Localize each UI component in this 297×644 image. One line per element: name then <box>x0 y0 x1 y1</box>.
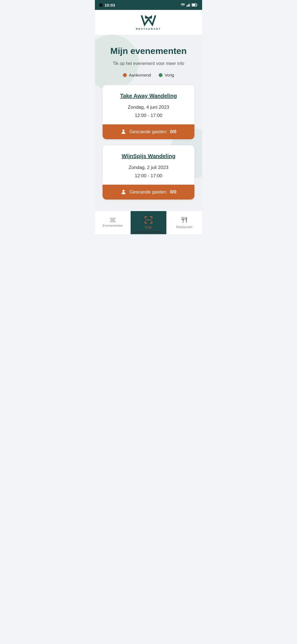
event-1-time: 12:00 - 17:00 <box>109 113 188 118</box>
app-header: RESTAURANT <box>95 10 202 35</box>
svg-rect-3 <box>190 3 190 7</box>
legend-dot-vorig <box>159 73 163 77</box>
event-card-1[interactable]: Take Away Wandeling Zondag, 4 juni 2023 … <box>103 85 194 139</box>
status-time: 10:03 <box>105 3 115 7</box>
svg-rect-11 <box>145 216 145 219</box>
event-2-date: Zondag, 2 juli 2023 <box>109 165 188 170</box>
person-icon-2 <box>120 189 127 195</box>
svg-rect-18 <box>145 220 152 220</box>
legend: Aankomend Vorig <box>103 73 194 77</box>
main-content: Mijn evenementen Tik op het evenement vo… <box>95 35 202 211</box>
logo-icon <box>141 15 156 27</box>
page-title: Mijn evenementen <box>103 46 194 56</box>
event-card-2[interactable]: WijnSpijs Wandeling Zondag, 2 juli 2023 … <box>103 145 194 200</box>
svg-rect-15 <box>145 221 145 223</box>
nav-label-scan: Scan <box>145 225 152 229</box>
event-card-1-body: Take Away Wandeling Zondag, 4 juni 2023 … <box>103 85 194 124</box>
event-2-footer: Gescande gasten: 0/0 <box>103 185 194 200</box>
nav-item-scan[interactable]: Scan <box>131 211 166 234</box>
wifi-icon <box>181 3 185 7</box>
logo-text: RESTAURANT <box>136 28 161 30</box>
legend-label-vorig: Vorig <box>165 73 174 77</box>
svg-rect-5 <box>192 4 196 6</box>
svg-rect-17 <box>152 221 152 223</box>
status-bar: 10:03 <box>95 0 202 10</box>
home-indicator <box>135 231 162 233</box>
event-2-count: 0/0 <box>170 189 177 195</box>
event-1-title: Take Away Wandeling <box>109 93 188 99</box>
scan-icon <box>144 216 153 224</box>
status-icons <box>181 3 198 7</box>
battery-icon <box>192 3 198 7</box>
nav-item-restaurant[interactable]: Restaurant <box>166 211 202 234</box>
nav-label-restaurant: Restaurant <box>176 225 193 229</box>
event-1-date: Zondag, 4 juni 2023 <box>109 105 188 110</box>
page-subtitle: Tik op het evenement voor meer info <box>103 61 194 66</box>
nav-label-evenementen: Evenementen <box>103 224 123 228</box>
legend-aankomend: Aankomend <box>123 73 151 77</box>
svg-rect-2 <box>189 4 189 7</box>
event-card-2-body: WijnSpijs Wandeling Zondag, 2 juli 2023 … <box>103 145 194 185</box>
person-icon-1 <box>120 129 127 135</box>
logo: RESTAURANT <box>136 15 161 30</box>
camera-dot <box>99 4 102 7</box>
svg-rect-1 <box>188 5 188 7</box>
event-1-footer: Gescande gasten: 0/0 <box>103 124 194 139</box>
event-1-count: 0/0 <box>170 129 177 134</box>
svg-rect-6 <box>197 4 197 6</box>
legend-dot-aankomend <box>123 73 127 77</box>
event-2-title: WijnSpijs Wandeling <box>109 153 188 159</box>
legend-label-aankomend: Aankomend <box>129 73 151 77</box>
svg-point-9 <box>123 190 125 192</box>
signal-icon <box>186 3 190 7</box>
fork-knife-icon <box>181 216 188 223</box>
svg-point-8 <box>123 130 125 132</box>
event-2-time: 12:00 - 17:00 <box>109 173 188 179</box>
bottom-nav: Evenementen Scan Restaurant <box>95 211 202 234</box>
svg-rect-13 <box>152 216 152 219</box>
event-1-footer-text: Gescande gasten: 0/0 <box>129 129 176 135</box>
nav-item-evenementen[interactable]: Evenementen <box>95 211 131 234</box>
legend-vorig: Vorig <box>159 73 174 77</box>
event-2-footer-text: Gescande gasten: 0/0 <box>129 189 176 195</box>
svg-rect-0 <box>186 6 187 7</box>
hamburger-icon <box>110 218 116 222</box>
